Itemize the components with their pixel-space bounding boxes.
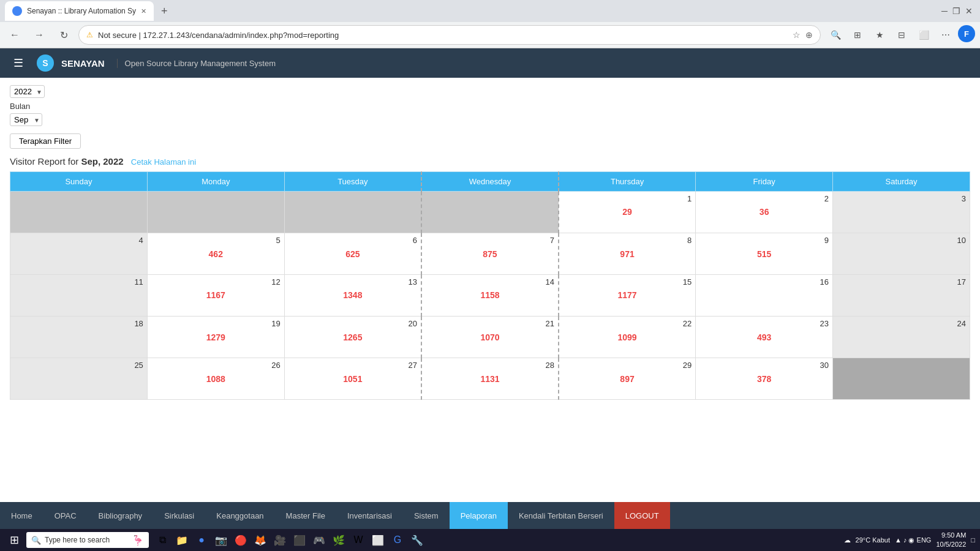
day-number: 27 bbox=[288, 361, 417, 370]
cetak-link[interactable]: Cetak Halaman ini bbox=[131, 157, 196, 167]
app-icon-10[interactable]: G bbox=[389, 531, 406, 549]
taskbar-right: ☁ 29°C Kabut ▲ ♪ ◉ ENG 9:50 AM 10/5/2022… bbox=[844, 531, 975, 550]
calendar-cell-week5-day3: 281131 bbox=[421, 358, 559, 400]
calendar-week-row-1: 1292363 bbox=[10, 192, 970, 233]
new-tab-button[interactable]: + bbox=[156, 2, 173, 20]
calendar-cell-week1-day5: 236 bbox=[696, 192, 833, 233]
notification-icon[interactable]: □ bbox=[971, 536, 975, 544]
report-title-prefix: Visitor Report for bbox=[10, 156, 78, 167]
nav-master-file[interactable]: Master File bbox=[275, 502, 336, 529]
visitor-count: 1099 bbox=[563, 332, 692, 343]
taskbar-search-bar[interactable]: 🔍 Type here to search 🦩 bbox=[26, 532, 149, 548]
app-icon-1[interactable]: 📷 bbox=[213, 531, 230, 549]
favorites-button[interactable]: ★ bbox=[870, 25, 889, 45]
close-window-button[interactable]: ✕ bbox=[965, 6, 973, 16]
tab-close-button[interactable]: ✕ bbox=[141, 7, 146, 15]
day-number: 14 bbox=[426, 277, 554, 287]
calendar-cell-week2-day6: 10 bbox=[833, 233, 970, 275]
day-number: 25 bbox=[14, 361, 143, 370]
url-actions: ☆ ⊕ bbox=[793, 30, 813, 40]
app-icon-11[interactable]: 🔧 bbox=[409, 531, 426, 549]
report-title: Visitor Report for Sep, 2022 Cetak Halam… bbox=[10, 156, 970, 167]
collections-button[interactable]: ⊟ bbox=[892, 25, 911, 45]
app-icon-3[interactable]: 🦊 bbox=[252, 531, 269, 549]
visitor-count: 1051 bbox=[288, 373, 417, 384]
nav-pelaporan[interactable]: Pelaporan bbox=[450, 502, 508, 529]
url-bar[interactable]: ⚠ Not secure | 172.27.1.243/cendana/admi… bbox=[78, 25, 821, 45]
day-number: 21 bbox=[426, 319, 554, 328]
year-filter-row: 2020 2021 2022 2023 ▼ bbox=[10, 85, 970, 98]
visitor-count: 1088 bbox=[151, 373, 281, 384]
profile-button[interactable]: F bbox=[958, 25, 975, 42]
calendar-cell-week4-day4: 221099 bbox=[559, 317, 696, 358]
back-button[interactable]: ← bbox=[5, 25, 24, 45]
app-icon-7[interactable]: 🌿 bbox=[330, 531, 347, 549]
maximize-button[interactable]: ❐ bbox=[952, 6, 960, 16]
calendar-cell-week3-day4: 151177 bbox=[559, 275, 696, 317]
day-number: 15 bbox=[563, 277, 692, 287]
calendar-cell-week3-day1: 121167 bbox=[147, 275, 284, 317]
bookmark-icon[interactable]: ☆ bbox=[793, 30, 801, 40]
day-number: 9 bbox=[699, 236, 829, 245]
start-button[interactable]: ⊞ bbox=[5, 531, 24, 549]
nav-keanggotaan[interactable]: Keanggotaan bbox=[205, 502, 274, 529]
browser-tab[interactable]: Senayan :: Library Automation Sy ✕ bbox=[5, 1, 154, 21]
month-select[interactable]: JanFebMarApr MayJunJulAug SepOctNovDec bbox=[10, 113, 42, 126]
forward-button[interactable]: → bbox=[29, 25, 49, 45]
app-icon-9[interactable]: ⬜ bbox=[369, 531, 386, 549]
header-tuesday: Tuesday bbox=[284, 172, 421, 192]
year-select[interactable]: 2020 2021 2022 2023 bbox=[10, 85, 45, 98]
reload-button[interactable]: ↻ bbox=[54, 25, 74, 45]
calendar-cell-week1-day6: 3 bbox=[833, 192, 970, 233]
bottom-navigation: Home OPAC Bibliography Sirkulasi Keanggo… bbox=[0, 502, 980, 529]
day-number: 4 bbox=[14, 236, 143, 245]
main-content: 2020 2021 2022 2023 ▼ Bulan JanFebMarApr… bbox=[0, 78, 980, 407]
visitor-count: 1265 bbox=[288, 332, 417, 343]
app-subtitle: Open Source Library Management System bbox=[117, 59, 276, 68]
app-icon-4[interactable]: 🎥 bbox=[271, 531, 288, 549]
browser-view-button[interactable]: ⬜ bbox=[914, 25, 933, 45]
taskbar-clock[interactable]: 9:50 AM 10/5/2022 bbox=[936, 531, 966, 550]
nav-logout[interactable]: LOGOUT bbox=[614, 502, 670, 529]
calendar-week-row-2: 45462662578758971951510 bbox=[10, 233, 970, 275]
nav-kendali[interactable]: Kendali Terbitan Berseri bbox=[508, 502, 614, 529]
app-icon-8[interactable]: W bbox=[350, 531, 367, 549]
nav-inventarisasi[interactable]: Inventarisasi bbox=[336, 502, 403, 529]
calendar-cell-week1-day1 bbox=[147, 192, 284, 233]
menu-button[interactable]: ⋯ bbox=[936, 25, 956, 45]
app-icon-5[interactable]: ⬛ bbox=[291, 531, 308, 549]
header-saturday: Saturday bbox=[833, 172, 970, 192]
visitor-count: 462 bbox=[151, 249, 281, 260]
calendar-cell-week5-day6 bbox=[833, 358, 970, 400]
nav-opac[interactable]: OPAC bbox=[43, 502, 88, 529]
extensions-icon[interactable]: ⊕ bbox=[805, 30, 813, 40]
day-number: 23 bbox=[699, 319, 829, 328]
tab-title: Senayan :: Library Automation Sy bbox=[27, 7, 136, 15]
day-number: 1 bbox=[563, 194, 692, 203]
taskbar-search-text: Type here to search bbox=[45, 536, 110, 544]
year-select-wrapper: 2020 2021 2022 2023 ▼ bbox=[10, 85, 45, 98]
search-icon[interactable]: 🔍 bbox=[826, 25, 845, 45]
report-period: Sep, 2022 bbox=[81, 156, 123, 167]
minimize-button[interactable]: ─ bbox=[941, 6, 948, 16]
taskbar-date: 10/5/2022 bbox=[936, 540, 966, 549]
calendar-week-row-5: 252610882710512811312989730378 bbox=[10, 358, 970, 400]
day-number: 10 bbox=[837, 236, 966, 245]
calendar-header-row: Sunday Monday Tuesday Wednesday Thursday… bbox=[10, 172, 970, 192]
nav-bibliography[interactable]: Bibliography bbox=[88, 502, 154, 529]
header-sunday: Sunday bbox=[10, 172, 148, 192]
file-explorer-icon[interactable]: 📁 bbox=[173, 531, 190, 549]
apply-filter-button[interactable]: Terapkan Filter bbox=[10, 133, 81, 149]
app-icon-2[interactable]: 🔴 bbox=[232, 531, 249, 549]
app-title: SENAYAN bbox=[61, 58, 105, 69]
app-icon-6[interactable]: 🎮 bbox=[311, 531, 328, 549]
nav-sistem[interactable]: Sistem bbox=[403, 502, 450, 529]
task-view-button[interactable]: ⧉ bbox=[154, 531, 171, 549]
nav-home[interactable]: Home bbox=[0, 502, 43, 529]
hamburger-menu-button[interactable]: ☰ bbox=[7, 52, 29, 74]
extensions-button[interactable]: ⊞ bbox=[848, 25, 867, 45]
calendar-cell-week3-day2: 131348 bbox=[284, 275, 421, 317]
chrome-icon[interactable]: ● bbox=[193, 531, 210, 549]
calendar-cell-week2-day3: 7875 bbox=[421, 233, 559, 275]
nav-sirkulasi[interactable]: Sirkulasi bbox=[153, 502, 205, 529]
